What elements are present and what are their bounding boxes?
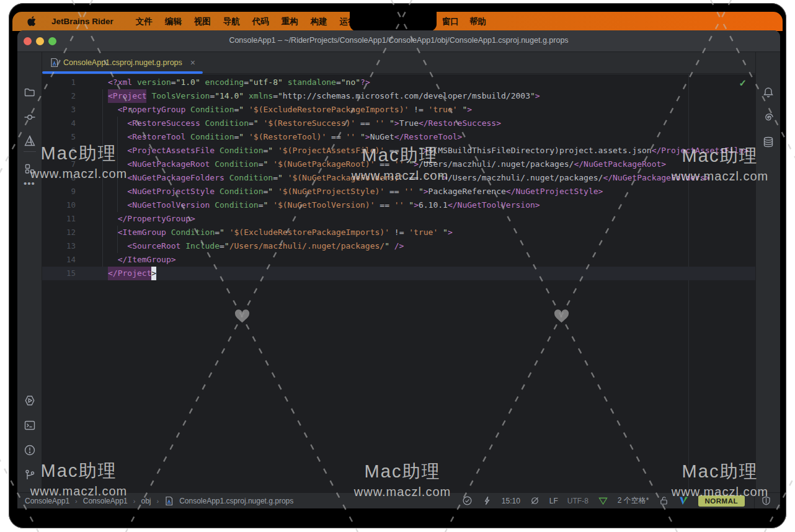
right-toolbar xyxy=(755,52,780,492)
menu-bar: JetBrains Rider 文件编辑视图导航代码重构构建运行 窗口帮助 xyxy=(12,12,783,31)
azure-icon[interactable] xyxy=(24,135,36,147)
menu-item-代码[interactable]: 代码 xyxy=(252,16,269,27)
line-number: 5 xyxy=(42,130,76,144)
code-line: 5 <RestoreTool Condition=" '$(RestoreToo… xyxy=(42,130,755,144)
highlighting-level-icon[interactable] xyxy=(482,495,492,506)
unlocked-icon[interactable] xyxy=(659,495,669,506)
tab-label: ConsoleApp1.csproj.nuget.g.props xyxy=(63,58,182,67)
macbook-display: JetBrains Rider 文件编辑视图导航代码重构构建运行 窗口帮助 Co… xyxy=(9,3,786,528)
shield-icon[interactable] xyxy=(761,495,771,506)
line-number: 4 xyxy=(42,117,76,130)
code-analysis-off-icon[interactable] xyxy=(530,495,540,506)
breadcrumb-file-icon xyxy=(164,496,174,506)
code-line: 6 <ProjectAssetsFile Condition=" '$(Proj… xyxy=(42,144,755,157)
indent-setting[interactable]: 2 个空格* xyxy=(618,495,649,506)
line-code: </PropertyGroup> xyxy=(108,212,195,226)
menu-item-视图[interactable]: 视图 xyxy=(194,16,211,27)
line-code: <NuGetToolVersion Condition=" '$(NuGetTo… xyxy=(108,198,540,212)
ai-assistant-icon[interactable] xyxy=(762,111,775,123)
window-title: ConsoleApp1 – ~/RiderProjects/ConsoleApp… xyxy=(17,36,780,45)
problems-icon[interactable] xyxy=(24,444,36,456)
code-line: 13 <SourceRoot Include="/Users/maczhuli/… xyxy=(42,239,755,253)
editor-tab-bar: ConsoleApp1.csproj.nuget.g.props × xyxy=(42,52,755,74)
code-line: 4 <RestoreSuccess Condition=" '$(Restore… xyxy=(42,117,755,130)
inspections-widget-icon[interactable] xyxy=(462,495,473,506)
security-shield-wrap xyxy=(754,493,776,509)
apple-icon[interactable] xyxy=(27,16,37,27)
menu-item-重构[interactable]: 重构 xyxy=(282,16,298,27)
code-line: 14 </ItemGroup> xyxy=(42,253,755,267)
caret-position[interactable]: 15:10 xyxy=(502,497,520,505)
line-number: 13 xyxy=(42,239,76,253)
tab-close-icon[interactable]: × xyxy=(190,58,195,68)
tab-consoleapp1-props[interactable]: ConsoleApp1.csproj.nuget.g.props × xyxy=(42,52,203,73)
line-number: 15 xyxy=(42,267,76,280)
code-line: 9 <NuGetProjectStyle Condition=" '$(NuGe… xyxy=(42,185,755,198)
terminal-icon[interactable] xyxy=(24,419,36,432)
line-number: 3 xyxy=(42,103,76,117)
structure-icon[interactable] xyxy=(24,162,36,175)
database-icon[interactable] xyxy=(762,136,775,148)
line-separator[interactable]: LF xyxy=(549,497,558,505)
code-line: 2<Project ToolsVersion="14.0" xmlns="htt… xyxy=(42,89,755,103)
line-number: 7 xyxy=(42,157,76,171)
menu-item-构建[interactable]: 构建 xyxy=(311,16,327,27)
menu-item-文件[interactable]: 文件 xyxy=(136,16,153,27)
menu-item-窗口[interactable]: 窗口 xyxy=(442,16,459,27)
file-encoding[interactable]: UTF-8 xyxy=(567,497,588,505)
camera-notch xyxy=(350,12,437,31)
window-titlebar: ConsoleApp1 – ~/RiderProjects/ConsoleApp… xyxy=(17,30,780,52)
line-code: <RestoreTool Condition=" '$(RestoreTool)… xyxy=(108,130,462,144)
breadcrumb-item[interactable]: obj xyxy=(141,497,151,505)
notifications-bell-icon[interactable] xyxy=(762,86,775,99)
props-file-icon xyxy=(50,58,59,68)
app-name[interactable]: JetBrains Rider xyxy=(51,17,113,26)
menubar-menus-left: 文件编辑视图导航代码重构构建运行 xyxy=(136,16,357,27)
status-widgets: 15:10 LF UTF-8 2 个空格* NORMAL xyxy=(462,493,776,509)
breadcrumb-separator: › xyxy=(133,497,136,505)
line-number: 6 xyxy=(42,144,76,157)
line-number: 9 xyxy=(42,185,76,198)
code-line: 11 </PropertyGroup> xyxy=(42,212,755,226)
line-code: </ItemGroup> xyxy=(108,253,176,267)
code-line: 8 <NuGetPackageFolders Condition=" '$(Nu… xyxy=(42,171,755,185)
menubar-menus-right: 窗口帮助 xyxy=(442,16,486,27)
menu-item-导航[interactable]: 导航 xyxy=(223,16,240,27)
code-line: 3 <PropertyGroup Condition=" '$(ExcludeR… xyxy=(42,103,755,117)
version-control-icon[interactable] xyxy=(24,469,36,481)
left-toolbar: ••• xyxy=(17,52,42,492)
breadcrumb-item[interactable]: ConsoleApp1 xyxy=(25,497,69,505)
line-code: <SourceRoot Include="/Users/maczhuli/.nu… xyxy=(108,239,404,253)
line-code: <NuGetPackageFolders Condition=" '$(NuGe… xyxy=(108,171,710,185)
line-number: 11 xyxy=(42,212,76,226)
line-code: <RestoreSuccess Condition=" '$(RestoreSu… xyxy=(108,117,501,130)
inspection-ok-icon[interactable]: ✓ xyxy=(739,76,747,90)
vim-mode-badge[interactable]: NORMAL xyxy=(698,495,745,507)
breadcrumb: ConsoleApp1›ConsoleApp1›obj›ConsoleApp1.… xyxy=(25,496,293,506)
vim-block-cursor: > xyxy=(151,267,156,280)
breadcrumb-item[interactable]: ConsoleApp1 xyxy=(83,497,128,505)
line-number: 10 xyxy=(42,198,76,212)
menu-item-编辑[interactable]: 编辑 xyxy=(165,16,182,27)
line-code: <ItemGroup Condition=" '$(ExcludeRestore… xyxy=(108,226,453,239)
project-folder-icon[interactable] xyxy=(24,86,36,99)
breadcrumb-item[interactable]: ConsoleApp1.csproj.nuget.g.props xyxy=(179,497,293,505)
rider-window: ConsoleApp1 – ~/RiderProjects/ConsoleApp… xyxy=(17,30,780,508)
line-code: <ProjectAssetsFile Condition=" '$(Projec… xyxy=(108,144,748,157)
commit-icon[interactable] xyxy=(24,111,36,123)
more-toolwindows-icon[interactable]: ••• xyxy=(24,178,36,190)
code-line: 10 <NuGetToolVersion Condition=" '$(NuGe… xyxy=(42,198,755,212)
ideavim-icon[interactable] xyxy=(678,495,689,506)
green-triangle-icon[interactable] xyxy=(598,495,608,506)
status-bar: ConsoleApp1›ConsoleApp1›obj›ConsoleApp1.… xyxy=(17,492,780,508)
line-code: <NuGetProjectStyle Condition=" '$(NuGetP… xyxy=(108,185,603,198)
breadcrumb-separator: › xyxy=(156,497,159,505)
code-lines: 1<?xml version="1.0" encoding="utf-8" st… xyxy=(42,76,755,280)
run-icon[interactable] xyxy=(24,394,36,407)
menu-item-帮助[interactable]: 帮助 xyxy=(469,16,486,27)
code-editor[interactable]: 1<?xml version="1.0" encoding="utf-8" st… xyxy=(42,74,755,492)
code-line: 12 <ItemGroup Condition=" '$(ExcludeRest… xyxy=(42,226,755,239)
line-number: 8 xyxy=(42,171,76,185)
code-line: 7 <NuGetPackageRoot Condition=" '$(NuGet… xyxy=(42,157,755,171)
line-number: 1 xyxy=(42,76,76,89)
